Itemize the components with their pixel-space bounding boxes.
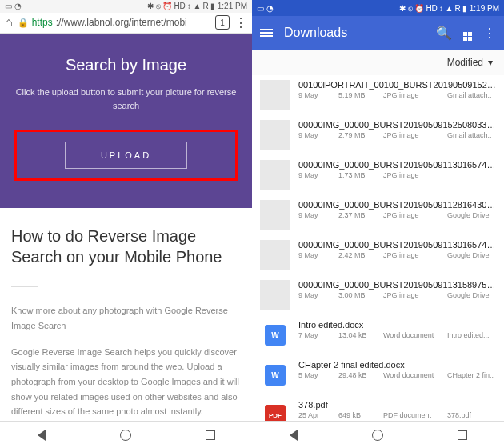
android-nav-bar [252, 421, 504, 448]
file-name: 00000IMG_00000_BURST20190509113016574_C.… [298, 160, 496, 170]
lock-icon: 🔒 [18, 18, 29, 28]
file-meta: 9 May2.79 MBJPG imageGmail attach.. [298, 131, 496, 139]
image-thumbnail [260, 200, 290, 230]
file-name: 00000IMG_00000_BURST20190509152508033_C.… [298, 120, 496, 130]
app-title: Downloads [284, 26, 425, 40]
status-bar: ▭ ◔ ✱ ⎋ ⏰ HD ↕ ▲ R ▮ 1:21 PM [0, 0, 252, 13]
image-thumbnail [260, 120, 290, 150]
divider [11, 286, 38, 287]
more-menu-icon[interactable]: ⋮ [234, 15, 247, 30]
image-thumbnail [260, 160, 290, 190]
address-bar: ⌂ 🔒 https://www.labnol.org/internet/mobi… [0, 13, 252, 34]
article-paragraph: Google Reverse Image Search helps you qu… [11, 345, 241, 419]
image-thumbnail [260, 80, 290, 110]
status-icon: ▭ [5, 2, 12, 10]
status-icons: ✱ ⎋ ⏰ HD ↕ ▲ R ▮ [147, 2, 215, 10]
sort-bar[interactable]: Modified ▾ [252, 50, 504, 75]
hero-section: Search by Image Click the upload button … [0, 34, 252, 208]
hero-title: Search by Image [11, 56, 241, 74]
overview-button[interactable] [458, 430, 467, 440]
file-row[interactable]: 00100lPORTRAIT_00100_BURST20190509152241… [252, 75, 504, 115]
upload-highlight: UPLOAD [14, 130, 238, 181]
grid-view-icon[interactable] [463, 25, 472, 41]
file-list: 00100lPORTRAIT_00100_BURST20190509152241… [252, 75, 504, 448]
file-row[interactable]: 00000IMG_00000_BURST20190509113016574_C.… [252, 155, 504, 195]
home-button[interactable] [372, 430, 383, 441]
status-icon: ◔ [266, 4, 274, 13]
file-row[interactable]: WCHapter 2 final edited.docx5 May29.48 k… [252, 355, 504, 395]
status-icon: ◔ [14, 2, 22, 10]
status-time: 1:19 PM [470, 4, 499, 13]
file-meta: 9 May2.42 MBJPG imageGoogle Drive [298, 251, 496, 259]
browser-screen: ▭ ◔ ✱ ⎋ ⏰ HD ↕ ▲ R ▮ 1:21 PM ⌂ 🔒 https:/… [0, 0, 252, 448]
tab-switcher[interactable]: 1 [215, 15, 230, 30]
article-body: How to do Reverse Image Search on your M… [0, 208, 252, 448]
file-name: CHapter 2 final edited.docx [298, 360, 496, 370]
file-name: Intro edited.docx [298, 320, 496, 330]
file-row[interactable]: 00000IMG_00000_BURST20190509113016574_C.… [252, 235, 504, 275]
hero-subtitle: Click the upload button to submit your p… [11, 86, 241, 112]
file-name: 00100lPORTRAIT_00100_BURST20190509152241… [298, 80, 496, 90]
file-row[interactable]: 00000IMG_00000_BURST20190509152508033_C.… [252, 115, 504, 155]
url-text: ://www.labnol.org/internet/mobi [56, 17, 187, 28]
file-name: 00000IMG_00000_BURST20190509113158975_C.… [298, 280, 496, 290]
image-thumbnail [260, 240, 290, 270]
status-icons: ✱ ⎋ ⏰ HD ↕ ▲ R ▮ [399, 4, 467, 13]
file-name: 00000IMG_00000_BURST20190509113016574_C.… [298, 240, 496, 250]
file-meta: 25 Apr649 kBPDF document378.pdf [298, 411, 496, 419]
app-bar: Downloads 🔍 ⋮ [252, 16, 504, 50]
search-icon[interactable]: 🔍 [436, 26, 452, 41]
upload-button[interactable]: UPLOAD [65, 142, 187, 169]
home-icon[interactable]: ⌂ [5, 15, 13, 30]
menu-icon[interactable] [260, 27, 273, 38]
file-row[interactable]: WIntro edited.docx7 May13.04 kBWord docu… [252, 315, 504, 355]
status-bar: ▭ ◔ ✱ ⎋ ⏰ HD ↕ ▲ R ▮ 1:19 PM [252, 0, 504, 16]
back-button[interactable] [290, 430, 298, 441]
chevron-down-icon: ▾ [488, 57, 493, 68]
article-lead: Know more about any photograph with Goog… [11, 303, 241, 333]
file-meta: 9 May2.37 MBJPG imageGoogle Drive [298, 211, 496, 219]
file-meta: 9 May5.19 MBJPG imageGmail attach.. [298, 91, 496, 99]
more-menu-icon[interactable]: ⋮ [483, 26, 496, 41]
sort-label: Modified [447, 57, 483, 68]
file-meta: 5 May29.48 kBWord documentCHapter 2 fin.… [298, 371, 496, 379]
file-meta: 9 May3.00 MBJPG imageGoogle Drive [298, 291, 496, 299]
file-meta: 7 May13.04 kBWord documentIntro edited..… [298, 331, 496, 339]
word-icon: W [265, 325, 286, 346]
url-field[interactable]: 🔒 https://www.labnol.org/internet/mobi [18, 17, 210, 28]
overview-button[interactable] [206, 430, 215, 440]
status-time: 1:21 PM [218, 2, 247, 10]
back-button[interactable] [38, 430, 46, 441]
file-name: 00000IMG_00000_BURST20190509112816430_C.… [298, 200, 496, 210]
image-thumbnail [260, 280, 290, 310]
file-meta: 9 May1.73 MBJPG image [298, 171, 496, 179]
android-nav-bar [0, 421, 252, 448]
file-row[interactable]: 00000IMG_00000_BURST20190509112816430_C.… [252, 195, 504, 235]
word-icon: W [265, 365, 286, 386]
file-row[interactable]: 00000IMG_00000_BURST20190509113158975_C.… [252, 275, 504, 315]
file-name: 378.pdf [298, 400, 496, 410]
home-button[interactable] [120, 430, 131, 441]
downloads-screen: ▭ ◔ ✱ ⎋ ⏰ HD ↕ ▲ R ▮ 1:19 PM Downloads 🔍… [252, 0, 504, 448]
status-icon: ▭ [257, 4, 264, 13]
article-title: How to do Reverse Image Search on your M… [11, 226, 241, 267]
